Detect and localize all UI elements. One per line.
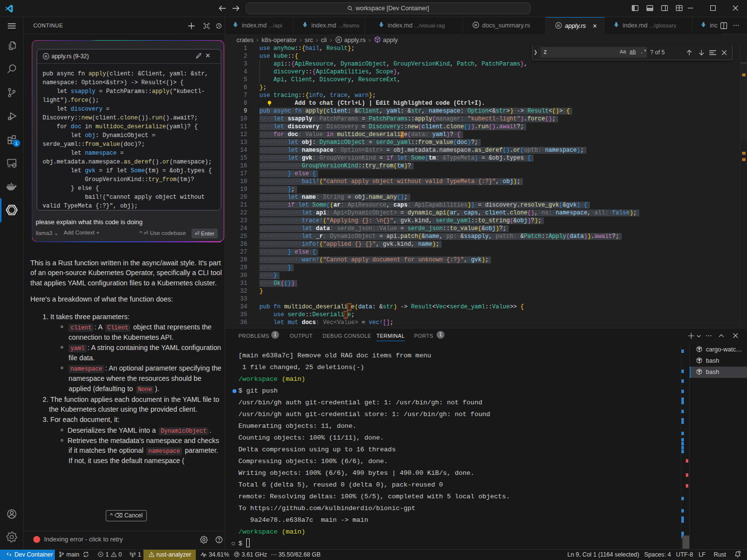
- svg-text:R: R: [557, 23, 560, 28]
- svg-text:R: R: [474, 23, 477, 27]
- svg-text:$: $: [699, 348, 700, 350]
- svg-text:$: $: [699, 359, 700, 361]
- svg-text:$: $: [699, 370, 700, 373]
- svg-text:R: R: [337, 38, 340, 42]
